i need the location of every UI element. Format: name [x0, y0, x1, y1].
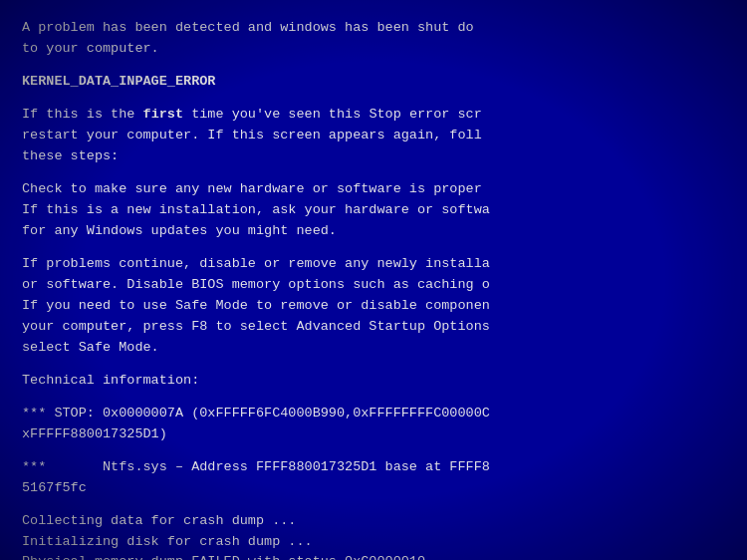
dump-line1: Collecting data for crash dump ... — [22, 511, 725, 532]
info-line1: If this is the first time you've seen th… — [22, 105, 725, 126]
continue-line2: or software. Disable BIOS memory options… — [22, 275, 725, 296]
ntfs-line2: 5167f5fc — [22, 478, 725, 499]
continue-line1: If problems continue, disable or remove … — [22, 254, 725, 275]
tech-info-header: Technical information: — [22, 371, 725, 392]
info-line2: restart your computer. If this screen ap… — [22, 126, 725, 146]
info-line3: these steps: — [22, 146, 725, 167]
check-line3: for any Windows updates you might need. — [22, 221, 725, 242]
bsod-screen: A problem has been detected and windows … — [0, 0, 747, 560]
continue-line5: select Safe Mode. — [22, 338, 725, 359]
stop-code-line2: xFFFFF880017325D1) — [22, 424, 725, 445]
stop-code-line1: *** STOP: 0x0000007A (0xFFFFF6FC4000B990… — [22, 404, 725, 424]
continue-line4: your computer, press F8 to select Advanc… — [22, 317, 725, 338]
continue-line3: If you need to use Safe Mode to remove o… — [22, 296, 725, 317]
header-line2: to your computer. — [22, 39, 725, 60]
dump-line2: Initializing disk for crash dump ... — [22, 532, 725, 553]
ntfs-line1: *** Ntfs.sys – Address FFFF880017325D1 b… — [22, 457, 725, 478]
dump-line3: Physical memory dump FAILED with status … — [22, 552, 725, 560]
header-line1: A problem has been detected and windows … — [22, 18, 725, 39]
check-line1: Check to make sure any new hardware or s… — [22, 179, 725, 200]
error-code: KERNEL_DATA_INPAGE_ERROR — [22, 72, 725, 93]
check-line2: If this is a new installation, ask your … — [22, 200, 725, 221]
